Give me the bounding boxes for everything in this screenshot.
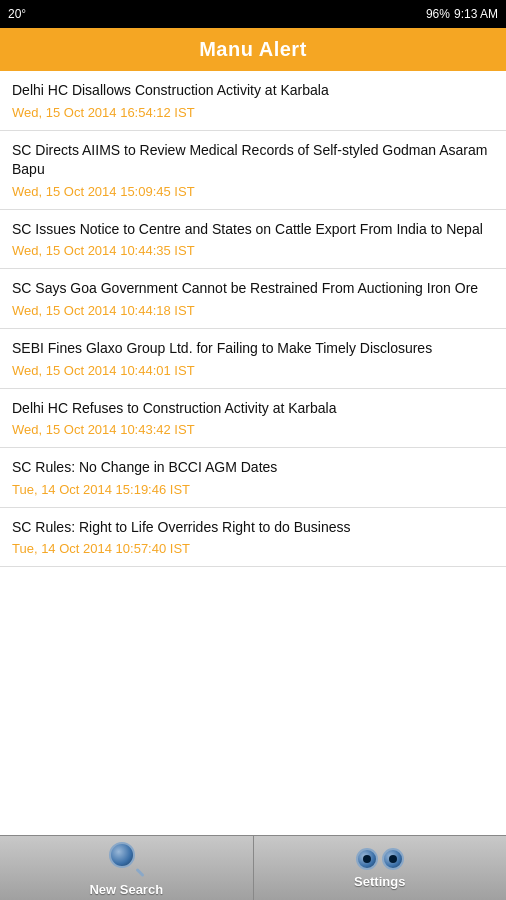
app-header: Manu Alert xyxy=(0,28,506,71)
new-search-label: New Search xyxy=(89,882,163,897)
news-date: Tue, 14 Oct 2014 10:57:40 IST xyxy=(12,541,494,556)
new-search-button[interactable]: New Search xyxy=(0,836,254,900)
news-date: Wed, 15 Oct 2014 10:44:18 IST xyxy=(12,303,494,318)
status-left: 20° xyxy=(8,7,26,21)
news-date: Tue, 14 Oct 2014 15:19:46 IST xyxy=(12,482,494,497)
settings-label: Settings xyxy=(354,874,405,889)
news-date: Wed, 15 Oct 2014 10:44:01 IST xyxy=(12,363,494,378)
news-item[interactable]: Delhi HC Refuses to Construction Activit… xyxy=(0,389,506,449)
news-title: SC Directs AIIMS to Review Medical Recor… xyxy=(12,141,494,180)
app-title: Manu Alert xyxy=(199,38,307,60)
status-right: 96% 9:13 AM xyxy=(426,7,498,21)
news-title: SC Rules: No Change in BCCI AGM Dates xyxy=(12,458,494,478)
battery-text: 96% xyxy=(426,7,450,21)
temperature: 20° xyxy=(8,7,26,21)
news-list[interactable]: Delhi HC Disallows Construction Activity… xyxy=(0,71,506,835)
news-title: SC Rules: Right to Life Overrides Right … xyxy=(12,518,494,538)
bottom-tab-bar: New Search Settings xyxy=(0,835,506,900)
news-title: Delhi HC Refuses to Construction Activit… xyxy=(12,399,494,419)
news-item[interactable]: SC Rules: Right to Life Overrides Right … xyxy=(0,508,506,568)
news-date: Wed, 15 Oct 2014 15:09:45 IST xyxy=(12,184,494,199)
news-item[interactable]: SEBI Fines Glaxo Group Ltd. for Failing … xyxy=(0,329,506,389)
search-icon xyxy=(107,840,145,878)
settings-icon xyxy=(356,848,404,870)
news-title: SEBI Fines Glaxo Group Ltd. for Failing … xyxy=(12,339,494,359)
status-bar: 20° 96% 9:13 AM xyxy=(0,0,506,28)
news-item[interactable]: SC Rules: No Change in BCCI AGM DatesTue… xyxy=(0,448,506,508)
news-date: Wed, 15 Oct 2014 10:44:35 IST xyxy=(12,243,494,258)
news-item[interactable]: Delhi HC Disallows Construction Activity… xyxy=(0,71,506,131)
settings-button[interactable]: Settings xyxy=(254,836,507,900)
news-item[interactable]: SC Directs AIIMS to Review Medical Recor… xyxy=(0,131,506,210)
news-title: Delhi HC Disallows Construction Activity… xyxy=(12,81,494,101)
news-title: SC Says Goa Government Cannot be Restrai… xyxy=(12,279,494,299)
news-date: Wed, 15 Oct 2014 10:43:42 IST xyxy=(12,422,494,437)
news-item[interactable]: SC Says Goa Government Cannot be Restrai… xyxy=(0,269,506,329)
news-item[interactable]: SC Issues Notice to Centre and States on… xyxy=(0,210,506,270)
news-title: SC Issues Notice to Centre and States on… xyxy=(12,220,494,240)
news-date: Wed, 15 Oct 2014 16:54:12 IST xyxy=(12,105,494,120)
time-display: 9:13 AM xyxy=(454,7,498,21)
